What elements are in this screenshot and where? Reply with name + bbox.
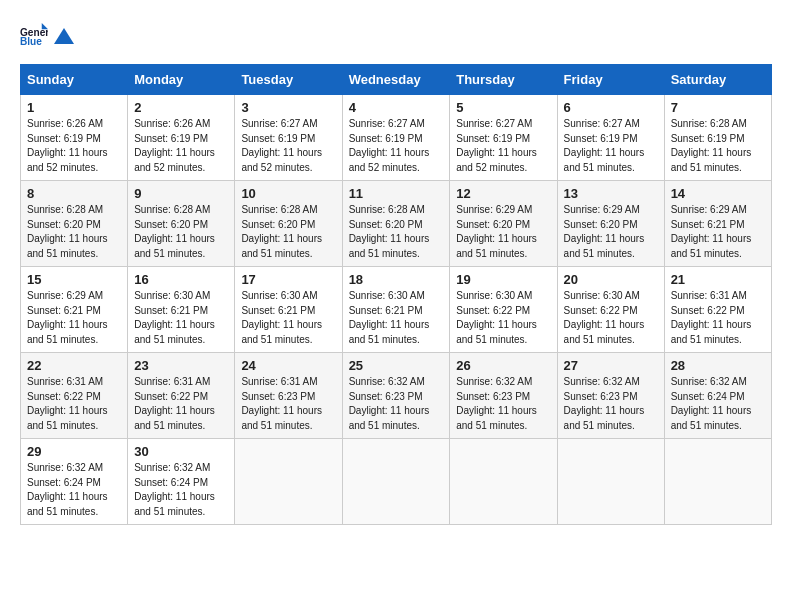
day-info: Sunrise: 6:32 AMSunset: 6:23 PMDaylight:…: [349, 376, 430, 431]
day-info: Sunrise: 6:29 AMSunset: 6:20 PMDaylight:…: [456, 204, 537, 259]
day-number: 9: [134, 186, 228, 201]
day-number: 12: [456, 186, 550, 201]
calendar-cell: 4 Sunrise: 6:27 AMSunset: 6:19 PMDayligh…: [342, 95, 450, 181]
day-info: Sunrise: 6:26 AMSunset: 6:19 PMDaylight:…: [27, 118, 108, 173]
calendar-cell: 25 Sunrise: 6:32 AMSunset: 6:23 PMDaylig…: [342, 353, 450, 439]
day-info: Sunrise: 6:30 AMSunset: 6:21 PMDaylight:…: [241, 290, 322, 345]
day-info: Sunrise: 6:30 AMSunset: 6:21 PMDaylight:…: [349, 290, 430, 345]
calendar-cell: 12 Sunrise: 6:29 AMSunset: 6:20 PMDaylig…: [450, 181, 557, 267]
calendar-cell: 28 Sunrise: 6:32 AMSunset: 6:24 PMDaylig…: [664, 353, 771, 439]
day-info: Sunrise: 6:27 AMSunset: 6:19 PMDaylight:…: [241, 118, 322, 173]
day-number: 6: [564, 100, 658, 115]
calendar-cell: 2 Sunrise: 6:26 AMSunset: 6:19 PMDayligh…: [128, 95, 235, 181]
calendar-week-row: 29 Sunrise: 6:32 AMSunset: 6:24 PMDaylig…: [21, 439, 772, 525]
day-number: 30: [134, 444, 228, 459]
day-info: Sunrise: 6:28 AMSunset: 6:20 PMDaylight:…: [27, 204, 108, 259]
day-number: 7: [671, 100, 765, 115]
logo-text: [52, 26, 76, 42]
day-info: Sunrise: 6:26 AMSunset: 6:19 PMDaylight:…: [134, 118, 215, 173]
day-number: 3: [241, 100, 335, 115]
logo: General Blue: [20, 20, 76, 48]
calendar-cell: 27 Sunrise: 6:32 AMSunset: 6:23 PMDaylig…: [557, 353, 664, 439]
day-number: 24: [241, 358, 335, 373]
calendar-cell: 14 Sunrise: 6:29 AMSunset: 6:21 PMDaylig…: [664, 181, 771, 267]
day-info: Sunrise: 6:32 AMSunset: 6:23 PMDaylight:…: [456, 376, 537, 431]
day-number: 22: [27, 358, 121, 373]
page-header: General Blue: [20, 20, 772, 48]
calendar-cell: 16 Sunrise: 6:30 AMSunset: 6:21 PMDaylig…: [128, 267, 235, 353]
day-info: Sunrise: 6:32 AMSunset: 6:24 PMDaylight:…: [27, 462, 108, 517]
calendar-cell: 11 Sunrise: 6:28 AMSunset: 6:20 PMDaylig…: [342, 181, 450, 267]
day-number: 28: [671, 358, 765, 373]
day-number: 23: [134, 358, 228, 373]
calendar-body: 1 Sunrise: 6:26 AMSunset: 6:19 PMDayligh…: [21, 95, 772, 525]
day-info: Sunrise: 6:30 AMSunset: 6:21 PMDaylight:…: [134, 290, 215, 345]
calendar-cell: 20 Sunrise: 6:30 AMSunset: 6:22 PMDaylig…: [557, 267, 664, 353]
calendar-cell: 19 Sunrise: 6:30 AMSunset: 6:22 PMDaylig…: [450, 267, 557, 353]
day-info: Sunrise: 6:28 AMSunset: 6:20 PMDaylight:…: [241, 204, 322, 259]
calendar-cell: [235, 439, 342, 525]
column-header-sunday: Sunday: [21, 65, 128, 95]
calendar-cell: 1 Sunrise: 6:26 AMSunset: 6:19 PMDayligh…: [21, 95, 128, 181]
calendar-cell: [342, 439, 450, 525]
calendar-cell: [450, 439, 557, 525]
calendar-cell: 24 Sunrise: 6:31 AMSunset: 6:23 PMDaylig…: [235, 353, 342, 439]
column-header-friday: Friday: [557, 65, 664, 95]
day-info: Sunrise: 6:32 AMSunset: 6:24 PMDaylight:…: [671, 376, 752, 431]
day-number: 26: [456, 358, 550, 373]
day-number: 1: [27, 100, 121, 115]
day-number: 27: [564, 358, 658, 373]
column-header-wednesday: Wednesday: [342, 65, 450, 95]
calendar-cell: [557, 439, 664, 525]
calendar-cell: 8 Sunrise: 6:28 AMSunset: 6:20 PMDayligh…: [21, 181, 128, 267]
day-info: Sunrise: 6:29 AMSunset: 6:21 PMDaylight:…: [27, 290, 108, 345]
day-info: Sunrise: 6:31 AMSunset: 6:22 PMDaylight:…: [671, 290, 752, 345]
column-header-thursday: Thursday: [450, 65, 557, 95]
day-number: 20: [564, 272, 658, 287]
day-number: 5: [456, 100, 550, 115]
calendar-table: SundayMondayTuesdayWednesdayThursdayFrid…: [20, 64, 772, 525]
calendar-week-row: 22 Sunrise: 6:31 AMSunset: 6:22 PMDaylig…: [21, 353, 772, 439]
day-info: Sunrise: 6:27 AMSunset: 6:19 PMDaylight:…: [564, 118, 645, 173]
day-info: Sunrise: 6:30 AMSunset: 6:22 PMDaylight:…: [456, 290, 537, 345]
day-number: 14: [671, 186, 765, 201]
calendar-week-row: 8 Sunrise: 6:28 AMSunset: 6:20 PMDayligh…: [21, 181, 772, 267]
calendar-cell: 26 Sunrise: 6:32 AMSunset: 6:23 PMDaylig…: [450, 353, 557, 439]
day-info: Sunrise: 6:29 AMSunset: 6:21 PMDaylight:…: [671, 204, 752, 259]
calendar-cell: 9 Sunrise: 6:28 AMSunset: 6:20 PMDayligh…: [128, 181, 235, 267]
calendar-cell: [664, 439, 771, 525]
day-number: 18: [349, 272, 444, 287]
calendar-cell: 7 Sunrise: 6:28 AMSunset: 6:19 PMDayligh…: [664, 95, 771, 181]
day-number: 13: [564, 186, 658, 201]
day-info: Sunrise: 6:27 AMSunset: 6:19 PMDaylight:…: [349, 118, 430, 173]
calendar-cell: 23 Sunrise: 6:31 AMSunset: 6:22 PMDaylig…: [128, 353, 235, 439]
calendar-cell: 3 Sunrise: 6:27 AMSunset: 6:19 PMDayligh…: [235, 95, 342, 181]
calendar-week-row: 1 Sunrise: 6:26 AMSunset: 6:19 PMDayligh…: [21, 95, 772, 181]
calendar-cell: 6 Sunrise: 6:27 AMSunset: 6:19 PMDayligh…: [557, 95, 664, 181]
calendar-cell: 30 Sunrise: 6:32 AMSunset: 6:24 PMDaylig…: [128, 439, 235, 525]
svg-marker-3: [54, 28, 74, 44]
calendar-cell: 22 Sunrise: 6:31 AMSunset: 6:22 PMDaylig…: [21, 353, 128, 439]
calendar-cell: 10 Sunrise: 6:28 AMSunset: 6:20 PMDaylig…: [235, 181, 342, 267]
day-info: Sunrise: 6:30 AMSunset: 6:22 PMDaylight:…: [564, 290, 645, 345]
calendar-cell: 17 Sunrise: 6:30 AMSunset: 6:21 PMDaylig…: [235, 267, 342, 353]
calendar-cell: 5 Sunrise: 6:27 AMSunset: 6:19 PMDayligh…: [450, 95, 557, 181]
day-number: 25: [349, 358, 444, 373]
day-number: 8: [27, 186, 121, 201]
day-info: Sunrise: 6:28 AMSunset: 6:20 PMDaylight:…: [134, 204, 215, 259]
svg-text:Blue: Blue: [20, 36, 42, 47]
day-number: 19: [456, 272, 550, 287]
day-number: 11: [349, 186, 444, 201]
calendar-cell: 15 Sunrise: 6:29 AMSunset: 6:21 PMDaylig…: [21, 267, 128, 353]
calendar-cell: 13 Sunrise: 6:29 AMSunset: 6:20 PMDaylig…: [557, 181, 664, 267]
day-info: Sunrise: 6:28 AMSunset: 6:20 PMDaylight:…: [349, 204, 430, 259]
calendar-cell: 18 Sunrise: 6:30 AMSunset: 6:21 PMDaylig…: [342, 267, 450, 353]
logo-triangle-icon: [54, 26, 74, 46]
day-number: 2: [134, 100, 228, 115]
day-number: 15: [27, 272, 121, 287]
day-info: Sunrise: 6:31 AMSunset: 6:23 PMDaylight:…: [241, 376, 322, 431]
day-number: 29: [27, 444, 121, 459]
day-info: Sunrise: 6:27 AMSunset: 6:19 PMDaylight:…: [456, 118, 537, 173]
calendar-cell: 21 Sunrise: 6:31 AMSunset: 6:22 PMDaylig…: [664, 267, 771, 353]
day-number: 21: [671, 272, 765, 287]
